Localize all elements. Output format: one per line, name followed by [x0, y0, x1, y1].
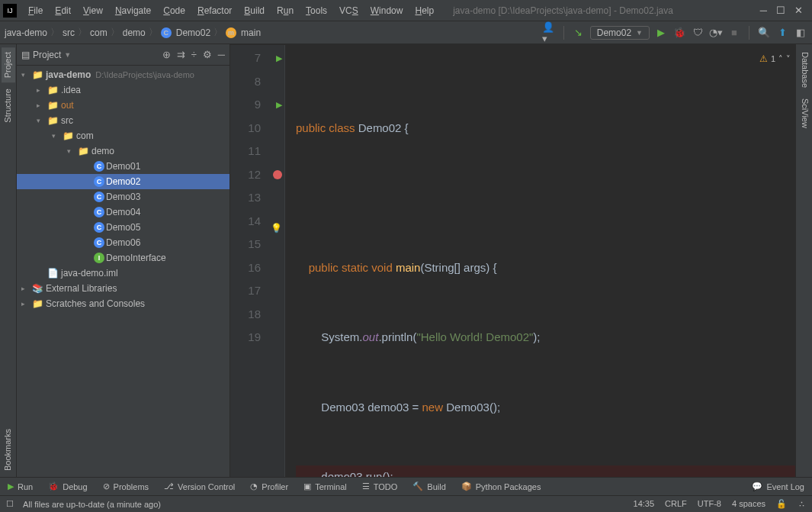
tree-iml[interactable]: 📄java-demo.iml: [17, 266, 229, 281]
project-tree: ▾📁 java-demo D:\IdeaProjects\java-demo ▸…: [17, 66, 229, 477]
bottom-python[interactable]: 📦Python Packages: [461, 481, 541, 491]
menu-build[interactable]: Build: [239, 4, 270, 18]
bottom-todo[interactable]: ☰TODO: [362, 481, 398, 491]
tool-tab-structure[interactable]: Structure: [2, 84, 15, 127]
bottom-tool-bar: ▶Run 🐞Debug ⊘Problems ⎇Version Control ◔…: [0, 477, 812, 495]
menu-run[interactable]: Run: [271, 4, 299, 18]
settings-icon[interactable]: ⚙: [203, 49, 212, 60]
bottom-debug[interactable]: 🐞Debug: [48, 481, 87, 491]
update-icon[interactable]: ⬆: [775, 26, 789, 40]
bc-method[interactable]: main: [241, 27, 261, 38]
project-panel: ▤ Project ▼ ⊕ ⇉ ÷ ⚙ ─ ▾📁 java-demo D:\Id…: [17, 44, 230, 477]
inspection-badge[interactable]: ⚠ 1 ˄ ˅: [759, 47, 791, 71]
add-config-icon[interactable]: 👤▾: [542, 26, 556, 40]
close-button[interactable]: ✕: [794, 5, 803, 16]
tree-src[interactable]: ▾📁src: [17, 113, 229, 128]
menu-window[interactable]: Window: [365, 4, 409, 18]
bc-class[interactable]: Demo02: [176, 27, 210, 38]
code-content[interactable]: ⚠ 1 ˄ ˅ public class Demo02 { public sta…: [285, 45, 795, 477]
tree-idea[interactable]: ▸📁.idea: [17, 82, 229, 98]
menu-navigate[interactable]: Navigate: [110, 4, 156, 18]
readonly-lock-icon[interactable]: 🔓: [776, 499, 787, 509]
status-indent[interactable]: 4 spaces: [732, 499, 765, 509]
class-icon: C: [94, 222, 104, 233]
tool-tab-sciview[interactable]: SciView: [798, 94, 811, 133]
tree-demo[interactable]: ▾📁demo: [17, 143, 229, 159]
tool-tab-project[interactable]: Project: [2, 47, 15, 82]
menu-vcs[interactable]: VCS: [334, 4, 364, 18]
menu-refactor[interactable]: Refactor: [192, 4, 237, 18]
tree-demo03[interactable]: CDemo03: [17, 189, 229, 204]
status-encoding[interactable]: UTF-8: [698, 499, 721, 509]
run-icon[interactable]: ▶: [654, 26, 668, 40]
coverage-icon[interactable]: 🛡: [691, 26, 704, 40]
project-panel-header: ▤ Project ▼ ⊕ ⇉ ÷ ⚙ ─: [17, 44, 229, 66]
breakpoint-icon[interactable]: [273, 170, 282, 179]
bottom-build[interactable]: 🔨Build: [412, 481, 445, 491]
down-icon[interactable]: ˅: [786, 47, 791, 71]
up-icon[interactable]: ˄: [778, 47, 783, 71]
menu-code[interactable]: Code: [158, 4, 191, 18]
tree-out[interactable]: ▸📁out: [17, 98, 229, 113]
maximize-button[interactable]: ☐: [776, 5, 785, 16]
tree-root[interactable]: ▾📁 java-demo D:\IdeaProjects\java-demo: [17, 67, 229, 82]
tree-scratches[interactable]: ▸📁Scratches and Consoles: [17, 296, 229, 311]
run-gutter-icon[interactable]: ▶: [276, 93, 282, 117]
bottom-eventlog[interactable]: 💬Event Log: [752, 481, 804, 491]
window-controls: ─ ☐ ✕: [760, 5, 809, 16]
expand-icon[interactable]: ⇉: [177, 49, 185, 60]
warning-icon: ⚠: [759, 47, 768, 71]
minimize-button[interactable]: ─: [760, 5, 767, 16]
run-config-selector[interactable]: Demo02 ▼: [590, 26, 650, 40]
bc-com[interactable]: com: [90, 27, 108, 38]
line-gutter[interactable]: 7▶ 8 9▶ 10 11 12 13 14💡 15 16 17 18 19: [230, 45, 268, 477]
tree-extlib[interactable]: ▸📚External Libraries: [17, 281, 229, 296]
tree-demo06[interactable]: CDemo06: [17, 235, 229, 250]
hide-icon[interactable]: ─: [218, 49, 225, 60]
bottom-problems[interactable]: ⊘Problems: [103, 481, 149, 491]
memory-indicator-icon[interactable]: ⛬: [798, 499, 806, 509]
status-lineending[interactable]: CRLF: [665, 499, 687, 509]
status-icon[interactable]: ☐: [6, 499, 14, 509]
tool-tab-database[interactable]: Database: [798, 47, 811, 92]
locate-icon[interactable]: ⊕: [162, 49, 171, 60]
menu-file[interactable]: File: [23, 4, 48, 18]
panel-dropdown-icon[interactable]: ▼: [64, 51, 71, 59]
bc-project[interactable]: java-demo: [5, 27, 47, 38]
code-editor[interactable]: 7▶ 8 9▶ 10 11 12 13 14💡 15 16 17 18 19 ⚠…: [230, 45, 795, 477]
bottom-run[interactable]: ▶Run: [8, 481, 33, 491]
menu-tools[interactable]: Tools: [300, 4, 332, 18]
menu-view[interactable]: View: [78, 4, 108, 18]
bottom-terminal[interactable]: ▣Terminal: [303, 481, 347, 491]
menu-edit[interactable]: Edit: [50, 4, 76, 18]
tree-demointerface[interactable]: IDemoInterface: [17, 250, 229, 266]
hammer-icon[interactable]: ↘: [572, 26, 586, 40]
profile-icon[interactable]: ◔▾: [709, 26, 723, 40]
intention-bulb-icon[interactable]: 💡: [271, 217, 282, 240]
tree-demo02[interactable]: CDemo02: [17, 174, 229, 189]
tool-tab-bookmarks[interactable]: Bookmarks: [2, 424, 15, 475]
bottom-profiler[interactable]: ◔Profiler: [250, 481, 288, 491]
class-icon: C: [94, 161, 104, 172]
tree-demo05[interactable]: CDemo05: [17, 220, 229, 235]
tree-demo04[interactable]: CDemo04: [17, 204, 229, 220]
panel-title[interactable]: Project: [33, 50, 61, 60]
menu-help[interactable]: Help: [409, 4, 439, 18]
class-icon: C: [94, 192, 104, 202]
class-icon: C: [94, 176, 104, 187]
project-view-icon: ▤: [21, 50, 30, 60]
bc-src[interactable]: src: [63, 27, 75, 38]
tree-demo01[interactable]: CDemo01: [17, 159, 229, 174]
class-icon: C: [94, 237, 104, 248]
search-icon[interactable]: 🔍: [757, 26, 771, 40]
run-gutter-icon[interactable]: ▶: [276, 47, 282, 70]
bc-demo[interactable]: demo: [123, 27, 146, 38]
collapse-icon[interactable]: ÷: [191, 49, 197, 60]
status-position[interactable]: 14:35: [634, 499, 655, 509]
bottom-vcs[interactable]: ⎇Version Control: [164, 481, 235, 491]
stop-icon[interactable]: ■: [727, 26, 741, 40]
debug-icon[interactable]: 🐞: [672, 26, 686, 40]
tree-com[interactable]: ▾📁com: [17, 128, 229, 143]
class-icon: C: [161, 27, 172, 38]
ide-settings-icon[interactable]: ◧: [794, 26, 807, 40]
